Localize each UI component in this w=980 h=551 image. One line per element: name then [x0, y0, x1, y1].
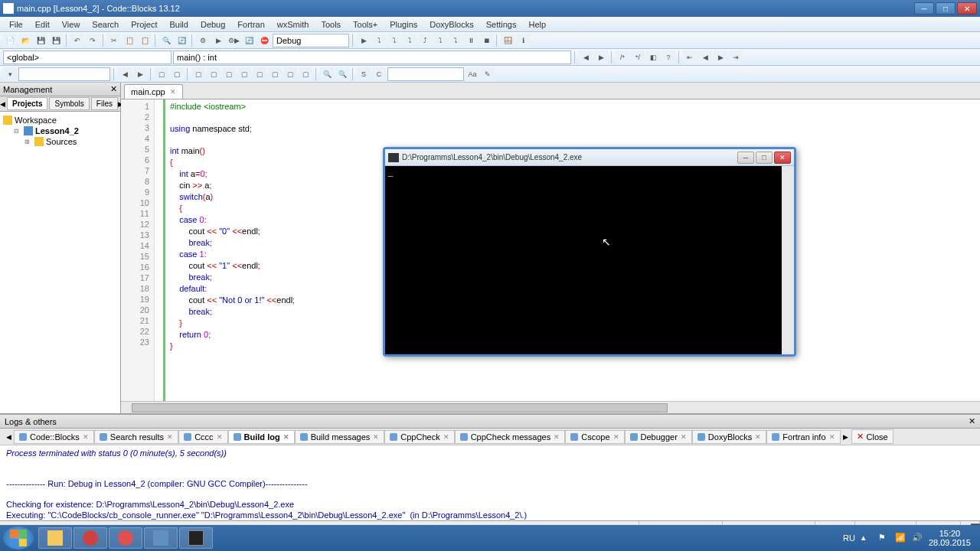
tray-up-icon[interactable]: ▴ [861, 533, 872, 543]
task-explorer[interactable] [38, 527, 72, 549]
step-instr-icon[interactable]: ⤵ [449, 34, 462, 47]
ext-combo2[interactable] [387, 67, 464, 81]
aa-icon[interactable]: Aa [466, 67, 479, 81]
doxy3-icon[interactable]: ◧ [646, 51, 660, 64]
nav-fwd-icon[interactable]: ▶ [594, 51, 608, 64]
menu-plugins[interactable]: Plugins [384, 18, 423, 31]
task-console[interactable] [179, 527, 213, 549]
log-tab-search[interactable]: Search results✕ [94, 430, 178, 444]
ext3-icon[interactable]: ▶ [133, 67, 147, 81]
jump-next-icon[interactable]: ▶ [714, 51, 727, 64]
menu-edit[interactable]: Edit [29, 18, 56, 31]
b4-icon[interactable]: ▢ [237, 67, 251, 81]
expand-icon[interactable]: ⊟ [14, 128, 21, 135]
debug-windows-icon[interactable]: 🪟 [501, 34, 514, 47]
ext1-icon[interactable]: ▾ [3, 67, 17, 81]
doxy2-icon[interactable]: */ [631, 51, 645, 64]
nav-back-icon[interactable]: ◀ [579, 51, 593, 64]
function-combo[interactable]: main() : int [173, 51, 571, 64]
log-tab-close[interactable]: ✕Close [851, 429, 893, 444]
sel2-icon[interactable]: ▢ [170, 67, 184, 81]
scope-combo[interactable]: <global> [3, 51, 172, 64]
open-icon[interactable]: 📂 [18, 34, 32, 47]
log-tab-debugger[interactable]: Debugger✕ [625, 430, 692, 444]
task-opera2[interactable] [109, 527, 142, 549]
menu-debug[interactable]: Debug [194, 18, 231, 31]
log-content[interactable]: Process terminated with status 0 (0 minu… [0, 445, 980, 520]
b6-icon[interactable]: ▢ [268, 67, 282, 81]
replace-icon[interactable]: 🔄 [175, 34, 188, 47]
jump-fwd-icon[interactable]: ⇥ [729, 51, 743, 64]
rebuild-icon[interactable]: 🔄 [242, 34, 256, 47]
maximize-button[interactable]: □ [936, 2, 956, 15]
tray-lang[interactable]: RU [843, 533, 855, 543]
log-tab-cscope[interactable]: Cscope✕ [565, 430, 624, 444]
s-icon[interactable]: S [357, 67, 371, 81]
b7-icon[interactable]: ▢ [283, 67, 297, 81]
console-scrollbar[interactable] [782, 166, 794, 354]
mgmt-tab-prev[interactable]: ◀ [0, 100, 5, 108]
break-icon[interactable]: ⏸ [464, 34, 478, 47]
c-icon[interactable]: C [372, 67, 386, 81]
mgmt-tab-projects[interactable]: Projects [7, 97, 47, 110]
cut-icon[interactable]: ✂ [107, 34, 121, 47]
b5-icon[interactable]: ▢ [253, 67, 266, 81]
menu-settings[interactable]: Settings [480, 18, 523, 31]
paste-icon[interactable]: 📋 [138, 34, 152, 47]
close-button[interactable]: ✕ [957, 2, 977, 15]
editor-hscroll[interactable] [121, 401, 980, 413]
console-maximize[interactable]: □ [756, 152, 773, 164]
build-target-combo[interactable]: Debug [273, 34, 349, 47]
debug-start-icon[interactable]: ▶ [357, 34, 371, 47]
undo-icon[interactable]: ↶ [70, 34, 84, 47]
log-tab-doxy[interactable]: DoxyBlocks✕ [692, 430, 766, 444]
doxy4-icon[interactable]: ? [662, 51, 675, 64]
find-icon[interactable]: 🔍 [159, 34, 173, 47]
hl-icon[interactable]: ✎ [481, 67, 495, 81]
ext2-icon[interactable]: ◀ [118, 67, 132, 81]
task-opera[interactable] [74, 527, 107, 549]
task-codeblocks[interactable] [144, 527, 178, 549]
logs-tab-prev[interactable]: ◀ [3, 433, 14, 441]
log-tab-fortran[interactable]: Fortran info✕ [766, 430, 840, 444]
tab-close-icon[interactable]: ✕ [170, 88, 176, 96]
menu-tools[interactable]: Tools [315, 18, 347, 31]
mgmt-tab-files[interactable]: Files [91, 97, 118, 110]
copy-icon[interactable]: 📋 [122, 34, 136, 47]
logs-tab-next[interactable]: ▶ [841, 433, 851, 441]
menu-file[interactable]: File [3, 18, 29, 31]
tree-sources[interactable]: ⊞ Sources [3, 136, 117, 147]
log-tab-buildlog[interactable]: Build log✕ [228, 430, 295, 444]
run-icon[interactable]: ▶ [211, 34, 225, 47]
jump-back-icon[interactable]: ⇤ [683, 51, 697, 64]
b8-icon[interactable]: ▢ [299, 67, 312, 81]
console-window[interactable]: D:\Programms\Lesson4_2\bin\Debug\Lesson4… [383, 147, 796, 357]
redo-icon[interactable]: ↷ [86, 34, 100, 47]
menu-search[interactable]: Search [86, 18, 125, 31]
sel1-icon[interactable]: ▢ [155, 67, 168, 81]
menu-build[interactable]: Build [163, 18, 194, 31]
zoom-in-icon[interactable]: 🔍 [335, 67, 349, 81]
menu-project[interactable]: Project [125, 18, 163, 31]
mgmt-tab-symbols[interactable]: Symbols [49, 97, 89, 110]
step-into-icon[interactable]: ⤵ [403, 34, 416, 47]
console-body[interactable]: _ [385, 166, 794, 354]
stop-debug-icon[interactable]: ⏹ [479, 34, 493, 47]
tree-project[interactable]: ⊟ Lesson4_2 [3, 126, 117, 136]
next-instr-icon[interactable]: ⤵ [433, 34, 447, 47]
info-icon[interactable]: ℹ [516, 34, 530, 47]
menu-toolsplus[interactable]: Tools+ [347, 18, 384, 31]
tree-workspace[interactable]: Workspace [3, 115, 117, 126]
build-run-icon[interactable]: ⚙▶ [227, 34, 240, 47]
log-tab-cppcheck[interactable]: CppCheck✕ [384, 430, 454, 444]
tray-net-icon[interactable]: 📶 [895, 533, 906, 543]
log-tab-cccc[interactable]: Cccc✕ [178, 430, 227, 444]
tray-clock[interactable]: 15:20 28.09.2015 [929, 529, 971, 547]
log-tab-buildmsg[interactable]: Build messages✕ [295, 430, 385, 444]
minimize-button[interactable]: ─ [914, 2, 934, 15]
b3-icon[interactable]: ▢ [222, 67, 236, 81]
abort-icon[interactable]: ⛔ [257, 34, 271, 47]
tray-flag-icon[interactable]: ⚑ [878, 533, 889, 543]
editor-tab-main[interactable]: main.cpp ✕ [124, 84, 183, 99]
doxy1-icon[interactable]: /* [616, 51, 629, 64]
